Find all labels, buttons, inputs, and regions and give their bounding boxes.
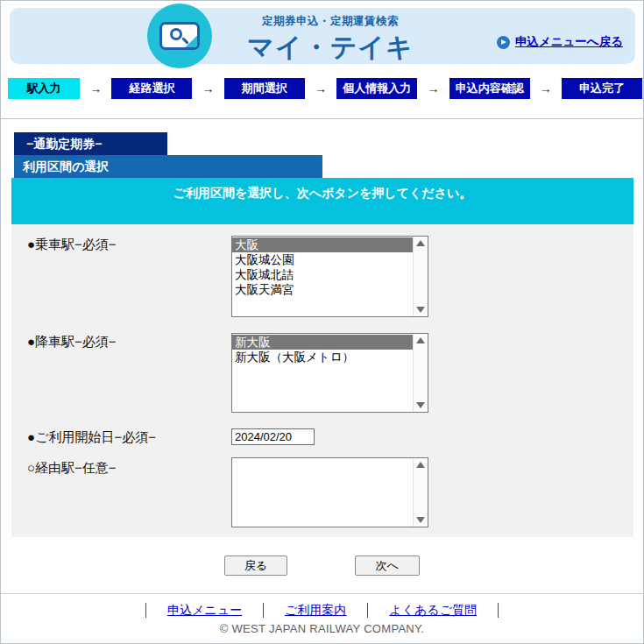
step-arrow-icon: → — [305, 81, 336, 96]
app-logo — [147, 4, 212, 68]
footer-link-guide[interactable]: ご利用案内 — [264, 603, 367, 619]
boarding-station-label: ●乗車駅−必須− — [27, 237, 117, 253]
progress-steps: 駅入力 → 経路選択 → 期間選択 → 個人情報入力 → 申込内容確認 → 申込… — [8, 78, 642, 99]
step-arrow-icon: → — [530, 81, 562, 96]
magnifier-icon — [170, 28, 182, 40]
footer-link-faq[interactable]: よくあるご質問 — [368, 603, 498, 619]
footer-divider — [1, 593, 643, 594]
scroll-up-icon[interactable] — [416, 240, 425, 246]
via-options — [232, 458, 413, 527]
list-option[interactable]: 新大阪（大阪メトロ） — [232, 350, 413, 364]
listbox-scrollbar[interactable] — [413, 458, 428, 527]
scroll-down-icon[interactable] — [416, 307, 425, 313]
step-period-select: 期間選択 — [224, 78, 305, 99]
via-station-listbox[interactable] — [231, 457, 428, 527]
alighting-station-label: ●降車駅−必須− — [27, 334, 117, 350]
page-title: 利用区間の選択 — [14, 155, 322, 178]
listbox-scrollbar[interactable] — [413, 334, 428, 412]
arrow-right-icon — [497, 36, 510, 49]
step-confirm: 申込内容確認 — [449, 78, 530, 99]
alighting-options: 新大阪 新大阪（大阪メトロ） — [232, 334, 413, 412]
footer-separator — [498, 603, 499, 618]
boarding-station-listbox[interactable]: 大阪 大阪城公園 大阪城北詰 大阪天満宮 — [231, 236, 428, 317]
back-button[interactable]: 戻る — [224, 556, 287, 576]
step-personal-info: 個人情報入力 — [336, 78, 417, 99]
boarding-options: 大阪 大阪城公園 大阪城北詰 大阪天満宮 — [232, 237, 413, 316]
my-teiki-page: 定期券申込・定期運賃検索 マイ・テイキ 申込メニューへ戻る 駅入力 → 経路選択… — [0, 0, 644, 644]
list-option[interactable]: 大阪天満宮 — [232, 282, 413, 297]
via-station-label: ○経由駅−任意− — [27, 460, 117, 477]
step-arrow-icon: → — [417, 81, 449, 96]
app-subtitle: 定期券申込・定期運賃検索 — [229, 14, 432, 29]
listbox-scrollbar[interactable] — [413, 237, 428, 316]
step-station-input: 駅入力 — [8, 78, 80, 99]
footer-link-apply-menu[interactable]: 申込メニュー — [146, 603, 263, 619]
step-complete: 申込完了 — [562, 78, 642, 99]
list-option[interactable]: 新大阪 — [232, 335, 413, 350]
start-date-input[interactable] — [231, 428, 315, 445]
step-arrow-icon: → — [192, 81, 223, 96]
app-title: マイ・テイキ — [229, 30, 432, 66]
app-title-block: 定期券申込・定期運賃検索 マイ・テイキ — [229, 14, 432, 66]
step-arrow-icon: → — [80, 81, 111, 96]
scroll-up-icon[interactable] — [416, 337, 425, 343]
list-option[interactable]: 大阪城公園 — [232, 252, 413, 267]
scroll-down-icon[interactable] — [416, 517, 425, 523]
pass-type-header: −通勤定期券− — [14, 132, 167, 155]
scroll-up-icon[interactable] — [416, 462, 425, 468]
alighting-station-listbox[interactable]: 新大阪 新大阪（大阪メトロ） — [231, 333, 428, 413]
list-option[interactable]: 大阪城北詰 — [232, 267, 413, 282]
header-band: 定期券申込・定期運賃検索 マイ・テイキ 申込メニューへ戻る — [10, 8, 635, 64]
form-panel: ●乗車駅−必須− 大阪 大阪城公園 大阪城北詰 大阪天満宮 ●降車駅−必須− 新… — [11, 224, 633, 537]
instruction-banner: ご利用区間を選択し、次へボタンを押してください。 — [11, 178, 633, 224]
back-to-menu[interactable]: 申込メニューへ戻る — [497, 34, 623, 50]
footer-links: 申込メニュー ご利用案内 よくあるご質問 — [1, 601, 643, 619]
step-route-select: 経路選択 — [111, 78, 192, 99]
copyright-text: © WEST JAPAN RAILWAY COMPANY. — [1, 622, 643, 635]
scroll-down-icon[interactable] — [416, 402, 425, 408]
back-to-menu-link[interactable]: 申込メニューへ戻る — [515, 34, 623, 50]
next-button[interactable]: 次へ — [355, 556, 420, 576]
header-divider — [1, 118, 643, 119]
start-date-label: ●ご利用開始日−必須− — [27, 429, 156, 446]
list-option[interactable]: 大阪 — [232, 237, 413, 252]
search-card-icon — [159, 22, 200, 50]
